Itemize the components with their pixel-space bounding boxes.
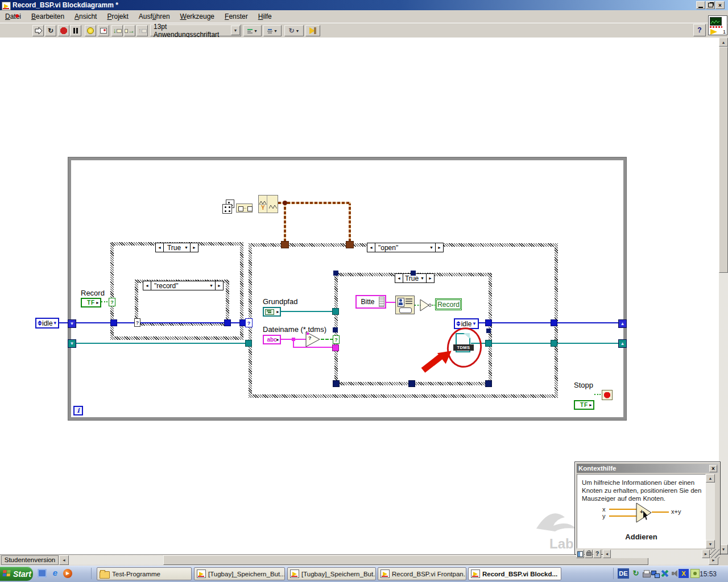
resize-grip[interactable] xyxy=(711,549,719,558)
menu-fenster[interactable]: Fenster xyxy=(220,10,253,23)
empty-string-path-node[interactable]: ? xyxy=(305,331,321,347)
record-label[interactable]: Record xyxy=(81,289,105,297)
menu-ansicht[interactable]: Ansicht xyxy=(69,10,102,23)
loop-condition-terminal[interactable] xyxy=(602,390,613,400)
idle-enum-constant-left[interactable]: idle ▼ xyxy=(35,318,59,329)
clock[interactable]: 15:53 xyxy=(700,570,726,578)
menu-projekt[interactable]: Projekt xyxy=(102,10,133,23)
xear3d-tray-icon[interactable]: X xyxy=(679,569,689,578)
help-button[interactable]: ? xyxy=(693,24,706,36)
grundpfad-wire[interactable] xyxy=(281,311,334,312)
tunnel-waveform[interactable] xyxy=(281,241,289,248)
step-out-button[interactable]: ↑ xyxy=(136,25,148,36)
language-indicator[interactable]: DE xyxy=(618,568,629,579)
case-selector-record[interactable]: ◄"record"▼► xyxy=(143,281,224,290)
taskbar-item-frontpanel[interactable]: Record_BSP.vi Frontpan... xyxy=(378,567,466,580)
cleanup-diagram-button[interactable] xyxy=(305,25,320,36)
tunnel-small[interactable] xyxy=(411,271,416,276)
taskbar-item-tugbay-1[interactable]: [Tugbay]_Speichern_But... xyxy=(194,567,285,580)
shift-register-left-refnum[interactable]: ▼ xyxy=(68,339,76,348)
bitte-string-wire[interactable] xyxy=(386,302,396,303)
menu-hilfe[interactable]: Hilfe xyxy=(253,10,277,23)
one-button-dialog-node[interactable] xyxy=(395,296,415,314)
menu-bearbeiten[interactable]: Bearbeiten xyxy=(26,10,69,23)
case-selector-terminal-inner-true[interactable]: ? xyxy=(333,335,340,344)
show-desktop-icon[interactable] xyxy=(38,569,47,577)
case-selector-terminal-record[interactable]: ? xyxy=(134,318,140,327)
taskbar-item-test-programme[interactable]: Test-Programme xyxy=(97,567,192,580)
shift-register-right-refnum[interactable]: ▲ xyxy=(618,339,627,348)
font-selector[interactable]: 13pt Anwendungsschriftart ▼ xyxy=(150,24,241,36)
font-selector-dropdown-icon[interactable]: ▼ xyxy=(231,26,240,35)
menu-datei[interactable]: Datei xyxy=(0,10,26,23)
case-selector-outer-true[interactable]: ◄True▼► xyxy=(155,243,198,252)
case-selector-terminal-open[interactable]: ? xyxy=(245,318,253,327)
taskbar-item-tugbay-2[interactable]: [Tugbay]_Speichern_But... xyxy=(287,567,376,580)
minimize-button[interactable] xyxy=(696,1,705,9)
media-player-icon[interactable]: ▶ xyxy=(63,569,72,578)
tunnel-small[interactable] xyxy=(333,327,338,332)
tunnel-refnum[interactable] xyxy=(485,340,492,347)
internet-explorer-icon[interactable]: e xyxy=(51,568,60,578)
lock-help-button[interactable] xyxy=(585,550,593,558)
tunnel-enum[interactable] xyxy=(485,319,492,326)
file-refnum-wire[interactable] xyxy=(471,343,619,344)
record-local-variable[interactable]: Record xyxy=(435,298,462,310)
shift-register-left-enum[interactable]: ▼ xyxy=(68,319,76,328)
tunnel-string[interactable] xyxy=(332,344,339,351)
run-continuously-button[interactable]: ↻ xyxy=(45,25,56,36)
shift-register-right-enum[interactable]: ▲ xyxy=(618,319,627,328)
scroll-down-button[interactable]: ▼ xyxy=(706,540,715,548)
grundpfad-terminal[interactable]: ► xyxy=(263,307,281,317)
context-help-vscrollbar[interactable] xyxy=(706,474,715,548)
waveform-wire[interactable] xyxy=(349,203,351,242)
detailed-help-button[interactable]: ? xyxy=(593,550,601,558)
tunnel-enum[interactable] xyxy=(224,319,231,326)
context-help-window[interactable]: Kontexthilfe × Um hilfreiche Information… xyxy=(574,462,721,555)
stopp-label[interactable]: Stopp xyxy=(574,381,593,389)
menu-werkzeuge[interactable]: Werkzeuge xyxy=(175,10,220,23)
case-selector-terminal-true[interactable]: ? xyxy=(109,298,115,306)
vi-icon[interactable]: 1 xyxy=(708,15,727,35)
align-objects-button[interactable]: ▼ xyxy=(243,25,262,36)
tunnel-enum[interactable] xyxy=(551,319,557,326)
start-button[interactable]: Start xyxy=(0,567,33,581)
scroll-right-button[interactable]: ► xyxy=(702,550,710,558)
loop-iteration-terminal[interactable]: i xyxy=(73,406,83,415)
abort-button[interactable] xyxy=(58,25,69,36)
show-connector-button[interactable] xyxy=(576,550,584,558)
build-waveform-node[interactable]: Y xyxy=(258,195,278,213)
context-help-close-icon[interactable]: × xyxy=(709,465,717,472)
menu-ausfuehren[interactable]: Ausführen xyxy=(134,10,175,23)
step-over-button[interactable]: → xyxy=(124,25,135,36)
tunnel-small[interactable] xyxy=(333,380,340,387)
restore-button[interactable] xyxy=(706,1,715,9)
antivirus-tray-icon[interactable] xyxy=(660,569,669,578)
grundpfad-label[interactable]: Grundpfad xyxy=(263,297,297,306)
taskbar-item-blockdiagramm-active[interactable]: Record_BSP.vi Blockd... xyxy=(468,567,561,580)
close-button[interactable]: × xyxy=(715,1,725,9)
scroll-left-button[interactable]: ◄ xyxy=(59,555,69,565)
tunnel-waveform[interactable] xyxy=(346,241,354,248)
graphics-tray-icon[interactable] xyxy=(690,569,700,578)
dateiname-terminal[interactable]: abc► xyxy=(263,335,281,344)
record-terminal[interactable]: TF► xyxy=(81,298,101,307)
state-enum-wire[interactable] xyxy=(59,322,68,323)
scroll-left-button[interactable]: ◄ xyxy=(603,550,611,558)
stopp-terminal[interactable]: TF► xyxy=(574,400,594,410)
tunnel-small[interactable] xyxy=(485,380,492,387)
distribute-objects-button[interactable]: ▼ xyxy=(263,25,282,36)
empty-string-result-wire[interactable] xyxy=(321,339,333,340)
tunnel-enum[interactable] xyxy=(110,319,117,326)
tunnel-refnum[interactable] xyxy=(332,308,339,315)
file-refnum-wire[interactable] xyxy=(76,343,249,344)
pause-button[interactable] xyxy=(70,25,81,36)
reorder-button[interactable]: ↻▼ xyxy=(284,25,304,36)
scroll-up-button[interactable]: ▲ xyxy=(706,474,715,483)
tunnel-small[interactable] xyxy=(333,271,338,276)
build-array-node[interactable]: ‥ xyxy=(236,203,253,213)
tunnel-refnum[interactable] xyxy=(551,340,557,347)
vertical-scrollbar-thumb[interactable] xyxy=(719,47,728,273)
waveform-wire[interactable] xyxy=(284,203,286,242)
context-help-titlebar[interactable]: Kontexthilfe × xyxy=(577,464,718,473)
